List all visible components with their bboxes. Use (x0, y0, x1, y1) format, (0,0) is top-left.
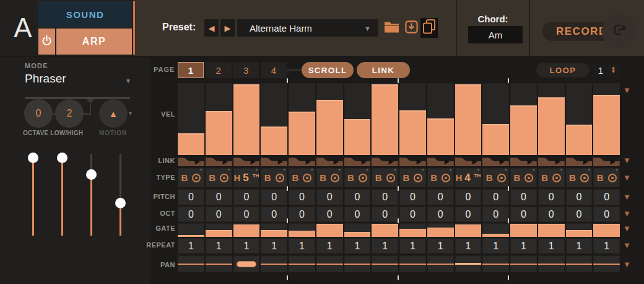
gate-step[interactable] (455, 223, 482, 237)
oct-step[interactable]: 0 (455, 206, 482, 222)
type-step[interactable]: B▼ (593, 168, 620, 187)
vel-step-cell[interactable] (316, 83, 343, 155)
pitch-step[interactable]: 0 (593, 189, 620, 205)
pan-step[interactable] (538, 255, 565, 272)
pan-step[interactable] (566, 255, 593, 272)
type-step[interactable]: B▼ (316, 168, 343, 187)
oct-step[interactable]: 0 (178, 206, 204, 222)
type-step[interactable]: B▼ (427, 168, 454, 187)
gate-step[interactable] (510, 223, 537, 237)
vel-step-cell[interactable] (510, 83, 537, 155)
repeat-step[interactable]: 1 (178, 238, 204, 254)
page-button-2[interactable]: 2 (206, 62, 232, 78)
pan-step[interactable] (455, 255, 482, 272)
tab-sound[interactable]: SOUND (38, 1, 132, 27)
pitch-expand-icon[interactable]: ▼ (623, 193, 631, 201)
repeat-step[interactable]: 1 (316, 238, 343, 254)
slider-handle[interactable] (28, 153, 38, 163)
repeat-step[interactable]: 1 (566, 238, 593, 254)
type-step[interactable]: B▼ (510, 168, 537, 187)
link-step[interactable] (372, 156, 398, 166)
vel-expand-icon[interactable]: ▼ (623, 86, 631, 94)
repeat-step[interactable]: 1 (399, 238, 426, 254)
pitch-step[interactable]: 0 (538, 189, 565, 205)
export-button[interactable] (602, 14, 637, 48)
pan-step[interactable] (316, 255, 343, 272)
repeat-step[interactable]: 1 (344, 238, 371, 254)
repeat-step[interactable]: 1 (261, 238, 287, 254)
loop-button[interactable]: LOOP (536, 63, 590, 78)
type-step[interactable]: B▼ (206, 168, 232, 187)
pan-expand-icon[interactable]: ▼ (623, 260, 631, 268)
vel-step-cell[interactable] (344, 83, 371, 155)
link-step[interactable] (455, 156, 482, 166)
link-step[interactable] (399, 156, 426, 166)
mode-select[interactable]: Phraser (25, 72, 66, 86)
caret-down-icon[interactable]: ▼ (615, 168, 619, 172)
type-step[interactable]: H4TH▼ (455, 168, 482, 187)
caret-down-icon[interactable]: ▼ (532, 168, 536, 172)
tab-arp[interactable]: ARP (56, 29, 132, 55)
slider-steps[interactable]: STEPS 64 (52, 150, 72, 284)
link-step[interactable] (566, 156, 593, 166)
oct-step[interactable]: 0 (372, 206, 398, 222)
pitch-step[interactable]: 0 (344, 189, 371, 205)
pitch-step[interactable]: 0 (510, 189, 537, 205)
type-step[interactable]: B▼ (261, 168, 287, 187)
oct-step[interactable]: 0 (510, 206, 537, 222)
caret-down-icon[interactable]: ▼ (227, 168, 231, 172)
gate-step[interactable] (538, 223, 565, 237)
vel-step-cell[interactable] (427, 83, 454, 155)
vel-step-cell[interactable] (566, 83, 593, 155)
type-step[interactable]: B▼ (372, 168, 398, 187)
pitch-step[interactable]: 0 (482, 189, 509, 205)
preset-next-button[interactable]: ▶ (220, 19, 235, 37)
pitch-step[interactable]: 0 (455, 189, 482, 205)
copy-preset-button[interactable] (420, 18, 438, 38)
repeat-expand-icon[interactable]: ▼ (623, 241, 631, 249)
link-step[interactable] (593, 156, 620, 166)
type-step[interactable]: B▼ (344, 168, 371, 187)
gate-step[interactable] (206, 223, 232, 237)
preset-dropdown[interactable]: Alternate Harm ▼ (237, 19, 378, 37)
arp-power-button[interactable] (38, 29, 55, 55)
pan-step[interactable] (206, 255, 232, 272)
gate-step[interactable] (399, 223, 426, 237)
stepper-down-icon[interactable]: ▼ (611, 70, 616, 74)
repeat-step[interactable]: 1 (510, 238, 537, 254)
vel-step-cell[interactable] (233, 83, 260, 155)
link-step[interactable] (538, 156, 565, 166)
oct-step[interactable]: 0 (593, 206, 620, 222)
oct-step[interactable]: 0 (427, 206, 454, 222)
link-step[interactable] (510, 156, 537, 166)
vel-step-cell[interactable] (482, 83, 509, 155)
chevron-down-icon[interactable]: ▼ (125, 78, 131, 84)
type-step[interactable]: B▼ (566, 168, 593, 187)
gate-step[interactable] (233, 223, 260, 237)
type-step[interactable]: B▼ (289, 168, 315, 187)
caret-down-icon[interactable]: ▼ (365, 168, 369, 172)
oct-step[interactable]: 0 (261, 206, 287, 222)
type-step[interactable]: B▼ (178, 168, 204, 187)
pan-step[interactable] (593, 255, 620, 272)
type-step[interactable]: B▼ (538, 168, 565, 187)
gate-step[interactable] (593, 223, 620, 237)
vel-step-cell[interactable] (538, 83, 565, 155)
pitch-step[interactable]: 0 (233, 189, 260, 205)
preset-prev-button[interactable]: ◀ (204, 19, 219, 37)
slider-max[interactable]: MAX 127 (23, 150, 43, 284)
pan-step[interactable] (372, 255, 398, 272)
pan-step[interactable] (482, 255, 509, 272)
oct-step[interactable]: 0 (399, 206, 426, 222)
vel-step-cell[interactable] (289, 83, 315, 155)
link-step[interactable] (344, 156, 371, 166)
vel-step-cell[interactable] (399, 83, 426, 155)
link-mode-button[interactable]: LINK (357, 62, 410, 78)
caret-down-icon[interactable]: ▼ (255, 168, 258, 172)
pan-step[interactable] (289, 255, 315, 272)
repeat-step[interactable]: 1 (593, 238, 620, 254)
scroll-button[interactable]: SCROLL (302, 62, 354, 78)
vel-step-cell[interactable] (455, 83, 482, 155)
oct-step[interactable]: 0 (316, 206, 343, 222)
caret-down-icon[interactable]: ▼ (449, 168, 453, 172)
